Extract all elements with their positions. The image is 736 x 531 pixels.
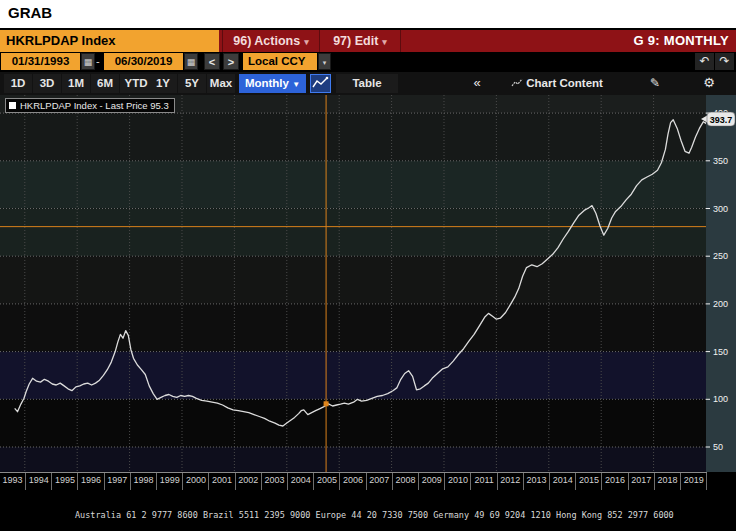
y-tick-label: 200 [713, 299, 728, 309]
x-axis-label-1995: 1995 [52, 473, 78, 490]
plot-band [0, 256, 706, 304]
series-swatch-icon [9, 102, 16, 109]
chart-content-button[interactable]: Chart Content [497, 74, 617, 93]
x-axis-label-2012: 2012 [498, 473, 524, 490]
x-axis-label-1994: 1994 [26, 473, 52, 490]
plot-band [0, 304, 706, 352]
range-button-1y[interactable]: 1Y [149, 74, 177, 93]
currency-dropdown-icon[interactable]: ▾ [318, 53, 331, 70]
x-axis-label-2018: 2018 [655, 473, 681, 490]
collapse-panel-icon[interactable]: « [465, 74, 489, 93]
y-tick-label: 300 [713, 204, 728, 214]
x-axis-label-2013: 2013 [524, 473, 550, 490]
caret-down-icon: ▾ [304, 37, 309, 47]
dropdown-icon: ▼ [292, 80, 300, 89]
annotate-icon[interactable]: ✎ [643, 74, 667, 93]
security-ticker-field[interactable]: HKRLPDAP Index [0, 30, 219, 52]
x-axis-label-2010: 2010 [445, 473, 471, 490]
table-button[interactable]: Table [336, 74, 398, 93]
x-axis-year-labels: 1993199419951996199719981999200020012002… [0, 472, 707, 490]
period-select[interactable]: Monthly ▼ [239, 74, 306, 93]
date-to-input[interactable]: 06/30/2019 [104, 53, 183, 70]
edit-menu-button[interactable]: 97) Edit▾ [319, 30, 401, 52]
x-axis-label-2011: 2011 [472, 473, 498, 490]
plot-band [0, 209, 706, 257]
plot-band [0, 399, 706, 447]
x-axis-label-2016: 2016 [603, 473, 629, 490]
x-axis-label-2015: 2015 [576, 473, 602, 490]
panel-id-label: G 9: MONTHLY [633, 30, 729, 52]
line-chart-glyph [311, 75, 330, 92]
x-axis-label-2002: 2002 [236, 473, 262, 490]
line-chart-type-icon[interactable] [310, 74, 331, 93]
settings-gear-icon[interactable]: ⚙ [697, 74, 721, 93]
date-from-input[interactable]: 01/31/1993 [1, 53, 80, 70]
grab-title: GRAB [8, 4, 52, 21]
plot-band [0, 447, 706, 472]
x-axis-label-1998: 1998 [131, 473, 157, 490]
date-settings-row: 01/31/1993 ▦ - 06/30/2019 ▦ < > Local CC… [0, 52, 736, 72]
range-button-3d[interactable]: 3D [33, 74, 61, 93]
bloomberg-terminal-window: GRAB HKRLPDAP Index 96) Actions▾ 97) Edi… [0, 0, 736, 531]
x-axis-label-2005: 2005 [314, 473, 340, 490]
y-tick-label: 100 [713, 394, 728, 404]
mini-chart-icon [511, 78, 523, 88]
x-axis-label-1997: 1997 [105, 473, 131, 490]
range-button-max[interactable]: Max [207, 74, 235, 93]
step-forward-button[interactable]: > [223, 53, 239, 70]
y-tick-label: 250 [713, 251, 728, 261]
series-legend: HKRLPDAP Index - Last Price 95.3 [5, 98, 175, 113]
caret-down-icon: ▾ [382, 37, 387, 47]
x-axis-label-2019: 2019 [681, 473, 707, 490]
command-bar: HKRLPDAP Index 96) Actions▾ 97) Edit▾ G … [0, 30, 736, 52]
x-axis-label-2001: 2001 [210, 473, 236, 490]
y-tick-label: 350 [713, 156, 728, 166]
redo-icon[interactable]: ↷ [715, 53, 734, 70]
plot-band [0, 113, 706, 161]
x-axis-label-1993: 1993 [0, 473, 26, 490]
range-button-ytd[interactable]: YTD [120, 74, 152, 93]
date-range-separator: - [96, 53, 100, 70]
step-back-button[interactable]: < [204, 53, 220, 70]
x-axis-label-1996: 1996 [79, 473, 105, 490]
range-button-6m[interactable]: 6M [91, 74, 119, 93]
x-axis-label-2008: 2008 [393, 473, 419, 490]
calendar-icon[interactable]: ▦ [81, 53, 95, 70]
plot-band [0, 161, 706, 209]
y-tick-label: 50 [713, 442, 723, 452]
calendar-icon[interactable]: ▦ [184, 53, 198, 70]
chart-toolbar: 1D3D1M6MYTD1Y5YMax Monthly ▼ Table « Cha… [0, 72, 736, 96]
x-axis-label-2003: 2003 [262, 473, 288, 490]
series-legend-label: HKRLPDAP Index - Last Price [20, 100, 148, 111]
grab-title-bar: GRAB [0, 0, 736, 28]
x-axis-label-2017: 2017 [629, 473, 655, 490]
x-axis-label-2009: 2009 [419, 473, 445, 490]
range-button-1d[interactable]: 1D [4, 74, 32, 93]
last-price-label: 393.7 [710, 115, 733, 125]
x-axis-label-1999: 1999 [157, 473, 183, 490]
range-button-5y[interactable]: 5Y [178, 74, 206, 93]
x-axis-label-2006: 2006 [341, 473, 367, 490]
range-button-1m[interactable]: 1M [62, 74, 90, 93]
price-chart[interactable]: 50100150200250300350400393.7 HKRLPDAP In… [0, 95, 736, 472]
x-axis-label-2007: 2007 [367, 473, 393, 490]
x-axis-label-2004: 2004 [288, 473, 314, 490]
crosshair-marker [324, 401, 329, 406]
series-legend-value: 95.3 [150, 100, 169, 111]
currency-select[interactable]: Local CCY [243, 53, 317, 70]
y-axis-strip[interactable] [706, 95, 736, 472]
plot-band [0, 352, 706, 400]
actions-menu-button[interactable]: 96) Actions▾ [222, 30, 320, 52]
x-axis-label-2000: 2000 [183, 473, 209, 490]
bloomberg-footer: Australia 61 2 9777 8600 Brazil 5511 239… [0, 492, 736, 531]
undo-icon[interactable]: ↶ [695, 53, 714, 70]
y-tick-label: 150 [713, 347, 728, 357]
x-axis-label-2014: 2014 [550, 473, 576, 490]
chart-canvas[interactable]: 50100150200250300350400393.7 [0, 95, 736, 472]
footer-contact-line: Australia 61 2 9777 8600 Brazil 5511 239… [0, 511, 736, 521]
